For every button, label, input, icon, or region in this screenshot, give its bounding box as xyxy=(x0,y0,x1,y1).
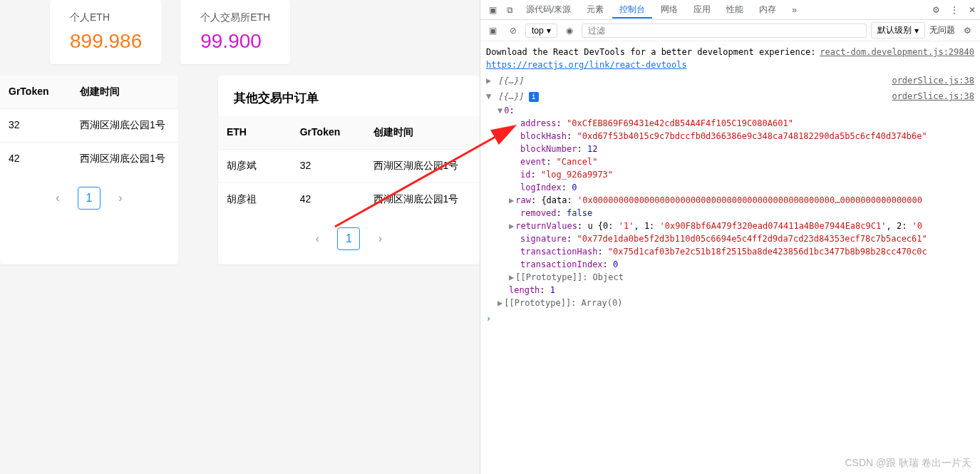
prop-key: removed xyxy=(520,208,557,218)
tab-memory[interactable]: 内存 xyxy=(752,1,783,19)
prop-value: "0xCfEB869F69431e42cdB54A4F4f105C19C080A… xyxy=(567,118,793,128)
obj-index: 0 xyxy=(504,105,509,115)
next-page-button[interactable]: › xyxy=(109,187,132,210)
disclosure-icon[interactable]: ▶ xyxy=(509,221,514,231)
array-summary[interactable]: [{…}] xyxy=(497,91,523,101)
prop-value: 0 xyxy=(572,182,577,192)
prop-value: "Cancel" xyxy=(557,157,598,167)
devtools-panel: ▣ ⧉ 源代码/来源 元素 控制台 网络 应用 性能 内存 » ⚙ ⋮ ✕ ▣ … xyxy=(480,0,980,474)
close-icon[interactable]: ✕ xyxy=(964,2,980,18)
prop-value: false xyxy=(567,208,592,218)
source-link[interactable]: orderSlice.js:38 xyxy=(892,74,974,87)
cell: 胡彦斌 xyxy=(218,150,292,182)
log-level-dropdown[interactable]: 默认级别 ▾ xyxy=(871,22,925,38)
prop-key: blockNumber xyxy=(520,144,577,154)
cell: 32 xyxy=(292,150,365,182)
other-orders-table: 其他交易中订单 ETH GrToken 创建时间 胡彦斌 32 西湖区湖底公园1… xyxy=(218,76,480,264)
eye-icon[interactable]: ◉ xyxy=(562,23,577,38)
table-row: 42 西湖区湖底公园1号 xyxy=(0,142,178,175)
clear-console-icon[interactable]: ⊘ xyxy=(505,23,521,38)
filter-input[interactable] xyxy=(582,24,867,38)
cell: 西湖区湖底公园1号 xyxy=(71,109,178,142)
prev-page-button[interactable]: ‹ xyxy=(306,227,329,250)
cell: 42 xyxy=(0,143,71,175)
pagination: ‹ 1 › xyxy=(218,216,480,264)
card-value: 99.900 xyxy=(200,30,270,53)
prop-value: 1 xyxy=(550,285,555,295)
gear-icon[interactable]: ⚙ xyxy=(959,23,976,38)
disclosure-icon[interactable]: ▼ xyxy=(497,105,502,115)
stat-card-personal-eth: 个人ETH 899.986 xyxy=(50,0,162,64)
disclosure-icon[interactable]: ▶ xyxy=(497,298,502,308)
kebab-icon[interactable]: ⋮ xyxy=(946,2,963,18)
react-devtools-link[interactable]: https://reactjs.org/link/react-devtools xyxy=(486,60,687,70)
col-grtoken: GrToken xyxy=(292,116,365,149)
col-grtoken: GrToken xyxy=(0,76,71,108)
info-icon[interactable]: i xyxy=(529,92,539,102)
cell: 西湖区湖底公园1号 xyxy=(365,150,480,182)
table-row: 胡彦祖 42 西湖区湖底公园1号 xyxy=(218,182,480,216)
app-panel: 个人ETH 899.986 个人交易所ETH 99.900 GrToken 创建… xyxy=(0,0,480,474)
table-header: ETH GrToken 创建时间 xyxy=(218,116,480,149)
watermark: CSDN @跟 耿瑞 卷出一片天 xyxy=(845,457,971,470)
console-prompt[interactable]: › xyxy=(486,309,974,328)
page-number[interactable]: 1 xyxy=(78,187,100,210)
tab-network[interactable]: 网络 xyxy=(654,1,685,19)
prop-value: '0x0000000000000000000000000000000000000… xyxy=(577,195,922,205)
prop-value: "0x77de1da0be5f2d3b110d05c6694e5c4ff2d9d… xyxy=(577,234,927,244)
left-table: GrToken 创建时间 32 西湖区湖底公园1号 42 西湖区湖底公园1号 ‹… xyxy=(0,76,178,264)
source-link[interactable]: orderSlice.js:38 xyxy=(892,90,974,103)
gear-icon[interactable]: ⚙ xyxy=(928,2,944,18)
devtools-tabs: ▣ ⧉ 源代码/来源 元素 控制台 网络 应用 性能 内存 » ⚙ ⋮ ✕ xyxy=(480,0,980,20)
prop-key: address xyxy=(520,118,557,128)
prop-value: "0xd67f53b4015c9c7bdccfb0d366386e9c348ca… xyxy=(577,131,927,141)
table-header: GrToken 创建时间 xyxy=(0,76,178,108)
prop-key: blockHash xyxy=(520,131,567,141)
disclosure-icon[interactable]: ▶ xyxy=(509,272,514,282)
col-createtime: 创建时间 xyxy=(71,76,178,108)
next-page-button[interactable]: › xyxy=(368,227,391,250)
disclosure-icon[interactable]: ▶ xyxy=(486,76,491,86)
cell: 42 xyxy=(292,183,365,216)
prop-key: transactionIndex xyxy=(520,259,603,269)
prop-value: 0 xyxy=(613,259,618,269)
card-value: 899.986 xyxy=(70,30,142,53)
page-number[interactable]: 1 xyxy=(337,227,360,250)
col-createtime: 创建时间 xyxy=(365,116,480,149)
console-message: Download the React DevTools for a better… xyxy=(486,47,815,70)
prop-key: signature xyxy=(520,234,567,244)
tab-application[interactable]: 应用 xyxy=(686,1,718,19)
array-summary[interactable]: [{…}] xyxy=(497,76,523,86)
tab-elements[interactable]: 元素 xyxy=(579,1,611,19)
prototype-label: [[Prototype]]: Array(0) xyxy=(504,298,622,308)
device-icon[interactable]: ⧉ xyxy=(502,2,517,18)
tab-performance[interactable]: 性能 xyxy=(719,1,751,19)
sidebar-toggle-icon[interactable]: ▣ xyxy=(485,23,501,38)
tab-more[interactable]: » xyxy=(785,2,804,18)
pagination: ‹ 1 › xyxy=(0,175,178,224)
context-dropdown[interactable]: top ▾ xyxy=(525,24,557,38)
card-label: 个人交易所ETH xyxy=(200,11,270,24)
cell: 西湖区湖底公园1号 xyxy=(71,143,178,175)
table-row: 32 西湖区湖底公园1号 xyxy=(0,108,178,142)
prop-key: returnValues xyxy=(515,221,577,231)
table-row: 胡彦斌 32 西湖区湖底公园1号 xyxy=(218,149,480,182)
disclosure-icon[interactable]: ▼ xyxy=(486,91,491,101)
prop-value: "log_926a9973" xyxy=(541,170,613,180)
prototype-label: [[Prototype]]: Object xyxy=(515,272,624,282)
table-title: 其他交易中订单 xyxy=(218,76,480,116)
tab-console[interactable]: 控制台 xyxy=(612,1,652,19)
cell: 32 xyxy=(0,109,71,142)
console-output: react-dom.development.js:29840 Download … xyxy=(480,41,980,474)
inspect-icon[interactable]: ▣ xyxy=(485,2,501,18)
disclosure-icon[interactable]: ▶ xyxy=(509,195,514,205)
cell: 西湖区湖底公园1号 xyxy=(365,183,480,216)
console-toolbar: ▣ ⊘ top ▾ ◉ 默认级别 ▾ 无问题 ⚙ xyxy=(480,20,980,41)
cell: 胡彦祖 xyxy=(218,183,292,216)
issues-label: 无问题 xyxy=(929,24,955,36)
card-label: 个人ETH xyxy=(70,11,142,24)
prev-page-button[interactable]: ‹ xyxy=(46,187,69,210)
tab-sources[interactable]: 源代码/来源 xyxy=(519,1,578,19)
prop-key: raw xyxy=(515,195,531,205)
source-link[interactable]: react-dom.development.js:29840 xyxy=(820,46,974,58)
